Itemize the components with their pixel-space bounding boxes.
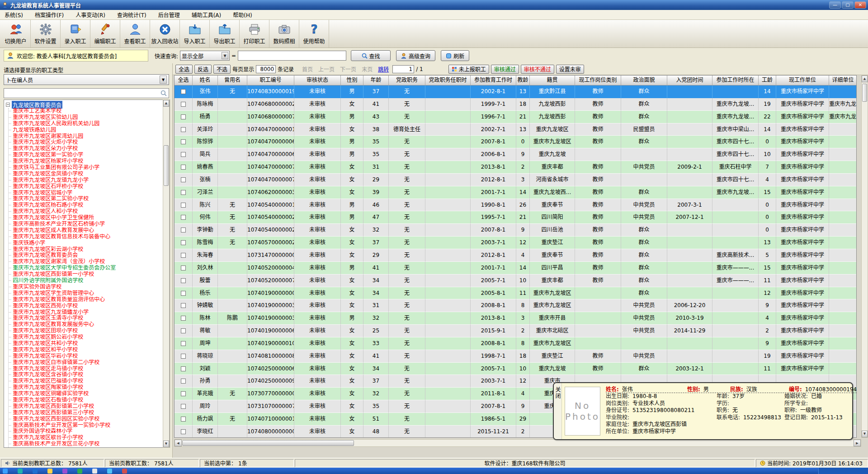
tree-item[interactable]: 重庆市九龙坡区玉清寺小学校 [9,315,170,322]
approve-button[interactable]: 审核通过 [491,65,519,74]
tree-item[interactable]: 九龙坡铁路幼儿园 [9,127,170,133]
set-unreviewed-button[interactable]: 设置未审 [556,65,584,74]
taskbar-app-icon[interactable] [62,469,67,474]
row-checkbox[interactable] [181,253,186,258]
tree-item[interactable]: 重庆高新技术产业开发区第一实验小学校 [9,422,170,429]
row-checkbox[interactable] [181,152,186,157]
table-row[interactable]: 周坤107401900000103未审核女33无2008-8-18重庆市九龙坡区… [175,337,856,350]
table-row[interactable]: 杨勇107406800000074未审核男43无1996-7-121九龙坡西彭教… [175,111,856,123]
tree-item[interactable]: 重庆市九龙坡区石板镇小学校 [9,397,170,403]
tree-item[interactable]: 重庆市九龙坡区大学中专招生委员会办公室 [9,265,170,271]
tree-item[interactable]: 重庆市九龙坡区教育发展服务中心 [9,322,170,328]
tree-item[interactable]: 重庆市九龙坡区西彭镇第一小学校 [9,271,170,278]
tree-item[interactable]: 重庆市九龙坡区人民政府机关幼儿园 [9,121,170,127]
select-none-button[interactable]: 不选 [213,65,231,74]
column-header[interactable]: 全选 [175,76,193,85]
employee-type-select[interactable]: 卜在编人员 ▼ [4,74,169,85]
tree-item[interactable]: 重庆市九龙坡区教育信息技术与装备中心 [9,234,170,240]
table-row[interactable]: 李钟勤无107405400000028未审核女32无2007-8-19四川岳池教… [175,224,856,237]
tree-item[interactable]: 重庆市九龙坡区杨石路小学校 [9,202,170,209]
tree-collapse-icon[interactable]: − [6,103,10,107]
taskbar-app-icon[interactable] [3,469,8,474]
page-number-input[interactable] [392,65,414,73]
row-checkbox[interactable] [181,404,186,409]
scroll-left-icon[interactable]: ◀ [175,440,182,446]
tree-item[interactable]: 重庆市九龙坡区中小学卫生保健所 [9,215,170,221]
prev-page-link[interactable]: 上一页 [318,65,335,73]
row-checkbox[interactable] [181,366,186,371]
row-checkbox[interactable] [181,341,186,346]
row-checkbox[interactable] [181,278,186,283]
column-header[interactable]: 籍贯 [530,76,575,85]
tree-item[interactable]: 重庆市九龙坡区教育委员会 [9,252,170,259]
tree-item[interactable]: 重庆市九龙坡区朵力小学校 [9,146,170,152]
column-header[interactable]: 审核状态 [294,76,341,85]
table-row[interactable]: 何伟无107405400000020未审核男47无1995-7-121四川简阳教… [175,211,856,224]
row-checkbox[interactable] [181,429,186,434]
tree-item[interactable]: 重庆市九龙坡区成人教育发展中心 [9,228,170,234]
table-row[interactable]: 陈咏梅107406800000027未审核女41无1999-7-118九龙坡西彭… [175,98,856,111]
tree-item[interactable]: 重庆市九龙坡区华岩小学校 [9,353,170,360]
table-hscrollbar[interactable]: ◀ ▶ [174,439,861,447]
tree-item[interactable]: 重庆市九龙坡区和平小学校 [9,347,170,353]
unreported-button[interactable]: 未上报职工 [448,65,489,74]
row-checkbox[interactable] [181,291,186,296]
tree-item[interactable]: 重庆市九龙坡区西彭镇第二小学校 [9,403,170,410]
tree-item[interactable]: 重庆市九龙坡区金凤镇小学校 [9,171,170,177]
refresh-button[interactable]: 刷新 [441,50,469,61]
row-checkbox[interactable] [181,114,186,119]
reject-button[interactable]: 审核不通过 [521,65,554,74]
tree-item[interactable]: 重庆外国语学校森林小学 [9,428,170,435]
column-header[interactable]: 政治面貌 [621,76,667,85]
column-header[interactable]: 参加教育工作时 [471,76,516,85]
find-button[interactable]: 查找 [351,50,391,61]
table-row[interactable]: 陈雪梅无107405700000023未审核女37无2003-7-112重庆垫江… [175,237,856,249]
row-checkbox[interactable] [181,102,186,107]
row-checkbox[interactable] [181,379,186,384]
row-checkbox[interactable] [181,215,186,220]
menu-archive[interactable]: 档案操作(F) [35,11,64,19]
row-checkbox[interactable] [181,139,186,144]
next-page-link[interactable]: 下一页 [340,65,356,73]
tree-item[interactable]: 重庆市九龙坡区九龙镇蟠龙小学 [9,309,170,316]
row-checkbox[interactable] [181,177,186,182]
tree-item[interactable]: 重庆市九龙坡区巴福镇小学校 [9,378,170,384]
tree-item[interactable]: 重庆市九龙坡区九龙镇九龙小学 [9,177,170,184]
tree-item[interactable]: 重庆市九龙坡区学生资助管理中心 [9,290,170,297]
row-checkbox[interactable] [181,165,186,170]
row-checkbox[interactable] [181,203,186,208]
menu-query-stats[interactable]: 查询统计(T) [117,11,146,19]
row-checkbox[interactable] [181,354,186,359]
row-checkbox[interactable] [181,228,186,232]
tree-item[interactable]: 重庆市九龙坡区杨家坪小学校 [9,158,170,165]
taskbar-app-icon[interactable] [33,469,38,474]
jump-link[interactable]: 跳转 [378,65,389,73]
minimize-icon[interactable]: — [829,1,841,9]
maximize-icon[interactable]: ▢ [842,1,854,9]
table-row[interactable]: 杨乐107401900000007未审核女34无2005-8-111重庆市九龙坡… [175,287,856,300]
edit-employee-button[interactable]: 编辑职工 [90,20,120,47]
menu-help[interactable]: 帮助(H) [233,11,252,19]
table-row[interactable]: 蒋晓琼107408100000080未审核女41无1998-7-118重庆垫江教… [175,350,856,363]
invert-select-button[interactable]: 反选 [194,65,212,74]
per-page-input[interactable] [256,65,276,73]
tree-item[interactable]: 四川外语学院附属外国语学校 [9,278,170,284]
tree-item[interactable]: 重庆市九龙坡区共和小学校 [9,341,170,347]
advanced-query-button[interactable]: 高级查询 [396,50,435,61]
software-settings-button[interactable]: 软件设置 [31,20,61,47]
scroll-up-icon[interactable]: ▲ [163,100,169,107]
row-checkbox[interactable] [181,391,186,396]
quick-query-input[interactable] [238,51,346,61]
table-vscrollbar[interactable]: ▲ ▼ [861,75,868,438]
tree-item[interactable]: 重庆市九龙坡区田坝小学校 [9,328,170,334]
scroll-right-icon[interactable]: ▶ [854,440,861,446]
tree-item[interactable]: 重庆市九龙坡区鹅公岩小学校 [9,334,170,341]
tree-item[interactable]: 重庆市九龙坡区含谷镇小学校 [9,372,170,378]
menu-system[interactable]: 系统(S) [5,11,23,19]
scroll-up-icon[interactable]: ▲ [862,76,868,82]
table-row[interactable]: 张楠107404700000074未审核女29无2012-8-13河南省永城市教… [175,174,856,186]
tree-scrollbar-thumb[interactable] [164,145,169,186]
table-row[interactable]: 钟婧敏107401900000032未审核女31无2008-8-18重庆市九龙坡… [175,299,856,312]
row-checkbox[interactable] [181,328,186,333]
tree-item[interactable]: 重庆市九龙坡区谢家湾（金茂）小学校 [9,259,170,265]
